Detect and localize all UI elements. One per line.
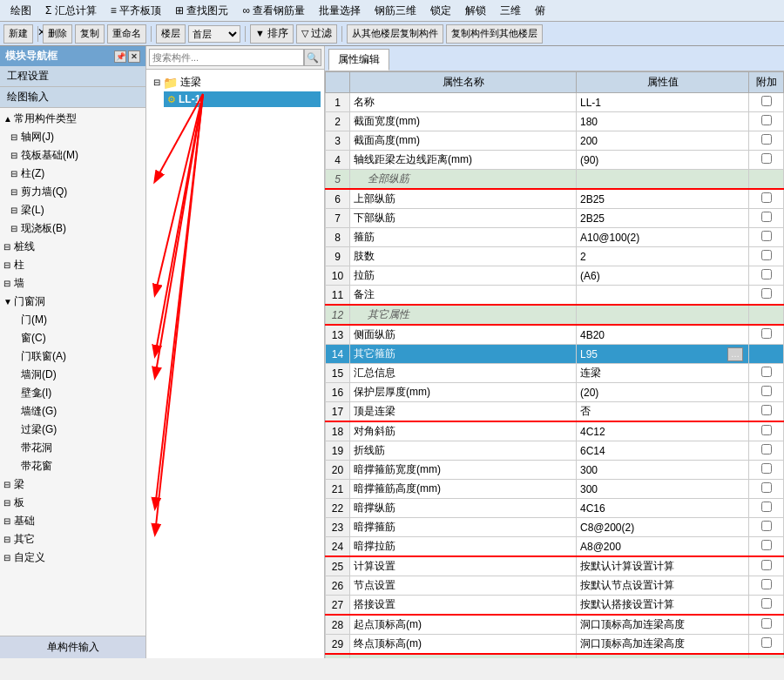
tree-column[interactable]: ⊟ 柱(Z) — [0, 165, 145, 183]
add-checkbox[interactable] — [761, 618, 772, 629]
close-button[interactable]: ✕ — [128, 50, 140, 63]
menu-item-view-rebar[interactable]: ∞ 查看钢筋量 — [235, 2, 312, 20]
row-add-checkbox[interactable] — [749, 518, 784, 537]
tree-pile[interactable]: ⊟ 桩线 — [0, 238, 145, 256]
menu-item-3d-rebar[interactable]: 钢筋三维 — [368, 2, 423, 20]
menu-item-3d[interactable]: 三维 — [493, 2, 528, 20]
tree-common-types[interactable]: ▲ 常用构件类型 — [0, 110, 145, 128]
filter-button[interactable]: ▽ 过滤 — [296, 24, 337, 44]
row-add-checkbox[interactable] — [749, 654, 784, 658]
tree-door-window-combo[interactable]: 门联窗(A) — [0, 347, 145, 366]
row-property-value[interactable]: 4C16 — [577, 499, 749, 518]
row-property-value[interactable]: 连梁 — [577, 364, 749, 383]
row-add-checkbox[interactable] — [749, 112, 784, 131]
row-property-value[interactable] — [577, 170, 749, 190]
row-property-value[interactable]: 2B25 — [577, 209, 749, 228]
row-add-checkbox[interactable] — [749, 615, 784, 635]
row-add-checkbox[interactable] — [749, 93, 784, 112]
add-checkbox[interactable] — [761, 560, 772, 570]
row-add-checkbox[interactable] — [749, 228, 784, 247]
tree-axis[interactable]: ⊟ 轴网(J) — [0, 128, 145, 146]
add-checkbox[interactable] — [761, 598, 772, 609]
row-property-name[interactable]: 其它箍筋 — [350, 345, 577, 364]
row-property-value[interactable]: 200 — [577, 131, 749, 151]
floor-select[interactable]: 首层 — [188, 25, 240, 43]
menu-item-top[interactable]: 俯 — [528, 2, 552, 20]
row-add-checkbox[interactable] — [749, 461, 784, 480]
row-property-value[interactable]: LL-1 — [577, 93, 749, 112]
row-property-value[interactable] — [577, 286, 749, 306]
row-add-checkbox[interactable] — [749, 325, 784, 345]
add-checkbox[interactable] — [761, 521, 772, 531]
row-property-value[interactable]: 4B20 — [577, 325, 749, 345]
menu-item-find[interactable]: ⊞ 查找图元 — [168, 2, 235, 20]
pin-button[interactable]: 📌 — [114, 50, 126, 63]
comp-tree-ll1[interactable]: ⚙ LL-1 — [164, 91, 321, 107]
row-property-value[interactable]: (90) — [577, 151, 749, 170]
search-input[interactable] — [149, 49, 304, 66]
row-add-checkbox[interactable] — [749, 537, 784, 557]
menu-item-draw[interactable]: 绘图 — [3, 2, 38, 20]
section-drawing[interactable]: 绘图输入 — [0, 87, 145, 108]
row-add-checkbox[interactable] — [749, 402, 784, 422]
sort-button[interactable]: ▼ 排序 — [250, 24, 294, 44]
row-property-value[interactable]: A8@200 — [577, 537, 749, 557]
row-property-value[interactable]: 洞口顶标高加连梁高度 — [577, 635, 749, 655]
tree-col2[interactable]: ⊟ 柱 — [0, 256, 145, 274]
add-checkbox[interactable] — [761, 328, 772, 339]
add-checkbox[interactable] — [761, 579, 772, 589]
row-add-checkbox[interactable] — [749, 364, 784, 383]
row-property-value[interactable]: 洞口顶标高加连梁高度 — [577, 615, 749, 635]
add-checkbox[interactable] — [761, 153, 772, 164]
new-button[interactable]: 新建 — [3, 24, 33, 44]
add-checkbox[interactable] — [761, 386, 772, 396]
tree-custom[interactable]: ⊟ 自定义 — [0, 549, 145, 567]
row-property-value[interactable]: 按默认计算设置计算 — [577, 556, 749, 576]
row-add-checkbox[interactable] — [749, 345, 784, 364]
menu-item-calc[interactable]: Σ 汇总计算 — [38, 2, 104, 20]
tree-wall-hole[interactable]: 墙洞(D) — [0, 366, 145, 384]
row-property-value[interactable]: 4C12 — [577, 421, 749, 441]
row-add-checkbox[interactable] — [749, 596, 784, 616]
tree-door[interactable]: 门(M) — [0, 311, 145, 329]
menu-item-batch[interactable]: 批量选择 — [312, 2, 368, 20]
tree-flower-window[interactable]: 带花窗 — [0, 457, 145, 475]
tree-wall[interactable]: ⊟ 墙 — [0, 274, 145, 293]
menu-item-lock[interactable]: 锁定 — [423, 2, 458, 20]
add-checkbox[interactable] — [761, 134, 772, 145]
row-property-value[interactable]: 按默认节点设置计算 — [577, 576, 749, 596]
add-checkbox[interactable] — [761, 115, 772, 125]
layer-button[interactable]: 楼层 — [156, 24, 186, 44]
edit-value-button[interactable]: … — [727, 347, 743, 361]
add-checkbox[interactable] — [761, 405, 772, 415]
add-checkbox[interactable] — [761, 269, 772, 279]
add-checkbox[interactable] — [761, 96, 772, 106]
row-add-checkbox[interactable] — [749, 480, 784, 499]
menu-item-unlock[interactable]: 解锁 — [458, 2, 493, 20]
row-property-value[interactable] — [577, 305, 749, 325]
add-checkbox[interactable] — [761, 444, 772, 454]
tree-raft[interactable]: ⊟ 筏板基础(M) — [0, 146, 145, 165]
copy-button[interactable]: 复制 — [75, 24, 105, 44]
row-property-value[interactable] — [577, 654, 749, 658]
search-button[interactable]: 🔍 — [304, 49, 321, 66]
row-add-checkbox[interactable] — [749, 266, 784, 286]
row-property-value[interactable]: (20) — [577, 383, 749, 402]
row-add-checkbox[interactable] — [749, 151, 784, 170]
tree-slab[interactable]: ⊟ 现浇板(B) — [0, 219, 145, 238]
tree-plate[interactable]: ⊟ 板 — [0, 494, 145, 512]
row-add-checkbox[interactable] — [749, 383, 784, 402]
row-property-value[interactable]: 180 — [577, 112, 749, 131]
tree-flower-hole[interactable]: 带花洞 — [0, 439, 145, 457]
row-add-checkbox[interactable] — [749, 556, 784, 576]
row-property-value[interactable]: 300 — [577, 480, 749, 499]
comp-tree-root[interactable]: ⊟ 📁 连梁 — [150, 73, 321, 91]
section-engineering[interactable]: 工程设置 — [0, 66, 145, 87]
row-property-value[interactable]: 2 — [577, 247, 749, 266]
row-add-checkbox[interactable] — [749, 499, 784, 518]
row-property-value[interactable]: 2B25 — [577, 189, 749, 209]
row-property-value[interactable]: C8@200(2) — [577, 518, 749, 537]
delete-button[interactable]: 删除 — [43, 24, 72, 44]
tree-beam[interactable]: ⊟ 梁(L) — [0, 201, 145, 219]
row-add-checkbox[interactable] — [749, 635, 784, 655]
